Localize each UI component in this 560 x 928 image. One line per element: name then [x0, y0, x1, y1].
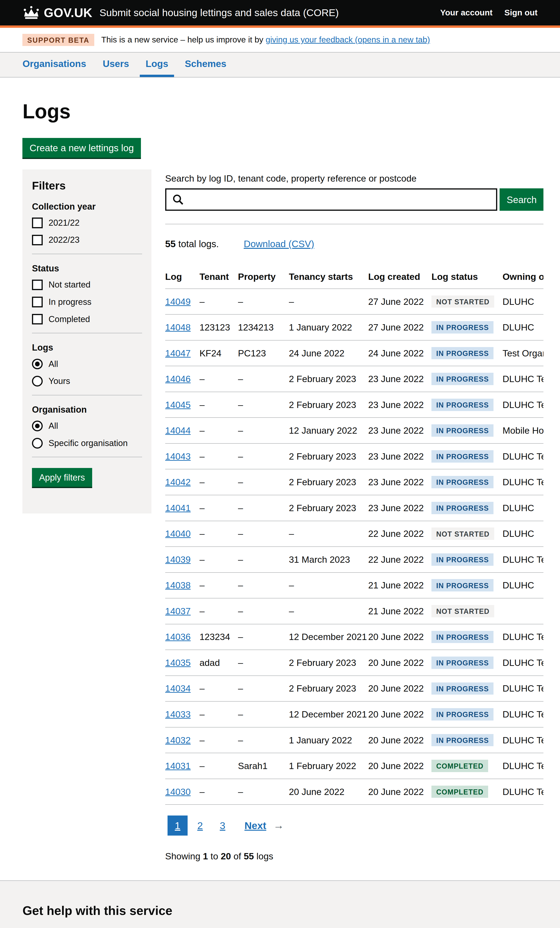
log-id-link[interactable]: 14030	[165, 786, 191, 797]
log-id-link[interactable]: 14046	[165, 374, 191, 384]
nav-item-schemes[interactable]: Schemes	[179, 52, 232, 77]
create-lettings-log-button[interactable]: Create a new lettings log	[22, 138, 141, 158]
search-button[interactable]: Search	[500, 188, 543, 211]
log-id-link[interactable]: 14038	[165, 580, 191, 590]
log-id-link[interactable]: 14043	[165, 451, 191, 461]
checkbox-in-progress[interactable]: In progress	[32, 297, 142, 307]
log-id-link[interactable]: 14048	[165, 322, 191, 332]
nav-item-organisations[interactable]: Organisations	[17, 52, 92, 77]
checkbox-not-started[interactable]: Not started	[32, 279, 142, 290]
cell-tenant: –	[200, 598, 238, 624]
cell-property: –	[238, 546, 289, 572]
log-id-link[interactable]: 14035	[165, 658, 191, 668]
cell-owning-organisation: Test Organis	[503, 340, 543, 366]
checkbox-2021-22[interactable]: 2021/22	[32, 218, 142, 228]
checkbox-2022-23[interactable]: 2022/23	[32, 235, 142, 246]
service-name-link[interactable]: Submit social housing lettings and sales…	[99, 7, 440, 18]
log-id-link[interactable]: 14049	[165, 296, 191, 307]
download-csv-link[interactable]: Download (CSV)	[244, 238, 314, 249]
log-id-link[interactable]: 14039	[165, 554, 191, 565]
cell-owning-organisation: DLUHC Tes	[503, 701, 543, 727]
table-header-row: LogTenantPropertyTenancy startsLog creat…	[165, 265, 543, 289]
option-label: 2021/22	[49, 218, 79, 228]
log-id-link[interactable]: 14041	[165, 503, 191, 513]
search-box	[165, 188, 497, 211]
cell-tenancy-starts: 1 January 2022	[289, 727, 368, 753]
cell-owning-organisation: DLUHC Tes	[503, 392, 543, 418]
log-id-link[interactable]: 14047	[165, 348, 191, 358]
cell-tenancy-starts: 1 January 2022	[289, 314, 368, 340]
cell-owning-organisation: DLUHC Tes	[503, 753, 543, 779]
status-badge: NOT STARTED	[432, 296, 494, 308]
cell-tenant: –	[200, 727, 238, 753]
option-label: In progress	[49, 297, 92, 307]
filter-divider	[32, 333, 142, 333]
radio-control[interactable]	[32, 421, 43, 431]
cell-log-created: 27 June 2022	[368, 314, 432, 340]
checkbox-control[interactable]	[32, 297, 43, 307]
checkbox-control[interactable]	[32, 218, 43, 228]
beta-tag: SUPPORT BETA	[22, 34, 94, 46]
cell-tenant: –	[200, 443, 238, 469]
log-id-link[interactable]: 14034	[165, 683, 191, 693]
cell-owning-organisation: DLUHC Tes	[503, 546, 543, 572]
phase-banner-text: This is a new service – help us improve …	[101, 35, 430, 44]
footer: Get help with this service Online helpde…	[0, 881, 560, 928]
status-badge: COMPLETED	[432, 786, 488, 798]
log-id-link[interactable]: 14042	[165, 477, 191, 487]
pagination-page-1[interactable]: 1	[168, 815, 188, 836]
log-id-link[interactable]: 14045	[165, 400, 191, 410]
nav-item-users[interactable]: Users	[97, 52, 135, 77]
showing-from: 1	[203, 851, 208, 861]
log-id-link[interactable]: 14036	[165, 632, 191, 642]
cell-owning-organisation	[503, 598, 543, 624]
search-input[interactable]	[189, 189, 496, 210]
cell-owning-organisation: DLUHC Tes	[503, 469, 543, 495]
cell-tenancy-starts: 2 February 2023	[289, 392, 368, 418]
govuk-logo[interactable]: GOV.UK	[22, 6, 92, 20]
checkbox-control[interactable]	[32, 235, 43, 246]
log-id-link[interactable]: 14031	[165, 761, 191, 771]
checkbox-control[interactable]	[32, 314, 43, 325]
log-id-link[interactable]: 14044	[165, 425, 191, 435]
pagination-page-3[interactable]: 3	[212, 815, 233, 836]
crown-icon	[22, 6, 40, 20]
cell-log-created: 20 June 2022	[368, 727, 432, 753]
pagination-next-link[interactable]: Next	[244, 820, 266, 831]
log-id-link[interactable]: 14032	[165, 735, 191, 745]
cell-log-created: 23 June 2022	[368, 443, 432, 469]
checkbox-control[interactable]	[32, 279, 43, 290]
log-id-link[interactable]: 14033	[165, 709, 191, 719]
log-id-link[interactable]: 14040	[165, 528, 191, 539]
your-account-link[interactable]: Your account	[440, 8, 493, 17]
table-row: 14038–––21 June 2022IN PROGRESSDLUHC	[165, 572, 543, 598]
cell-tenant: –	[200, 289, 238, 314]
feedback-link[interactable]: giving us your feedback (opens in a new …	[266, 35, 430, 44]
nav-item-logs[interactable]: Logs	[140, 52, 174, 77]
sign-out-link[interactable]: Sign out	[505, 8, 538, 17]
radio-control[interactable]	[32, 438, 43, 449]
radio-control[interactable]	[32, 359, 43, 369]
search-row: Search	[165, 188, 543, 211]
results-divider	[165, 224, 543, 224]
option-label: All	[49, 421, 58, 431]
cell-tenancy-starts: 31 March 2023	[289, 546, 368, 572]
apply-filters-button[interactable]: Apply filters	[32, 468, 92, 487]
cell-tenant: –	[200, 469, 238, 495]
radio-control[interactable]	[32, 376, 43, 386]
cell-tenancy-starts: 2 February 2023	[289, 650, 368, 676]
table-row: 14032––1 January 202220 June 2022IN PROG…	[165, 727, 543, 753]
radio-all[interactable]: All	[32, 421, 142, 431]
pagination-page-2[interactable]: 2	[190, 815, 210, 836]
radio-specific-organisation[interactable]: Specific organisation	[32, 438, 142, 449]
cell-property: –	[238, 443, 289, 469]
status-badge: IN PROGRESS	[432, 734, 493, 746]
status-badge: IN PROGRESS	[432, 631, 493, 643]
cell-tenancy-starts: 12 January 2022	[289, 418, 368, 443]
log-id-link[interactable]: 14037	[165, 606, 191, 616]
radio-all[interactable]: All	[32, 359, 142, 369]
radio-yours[interactable]: Yours	[32, 376, 142, 386]
option-label: Completed	[49, 314, 90, 324]
status-badge: IN PROGRESS	[432, 321, 493, 334]
checkbox-completed[interactable]: Completed	[32, 314, 142, 325]
